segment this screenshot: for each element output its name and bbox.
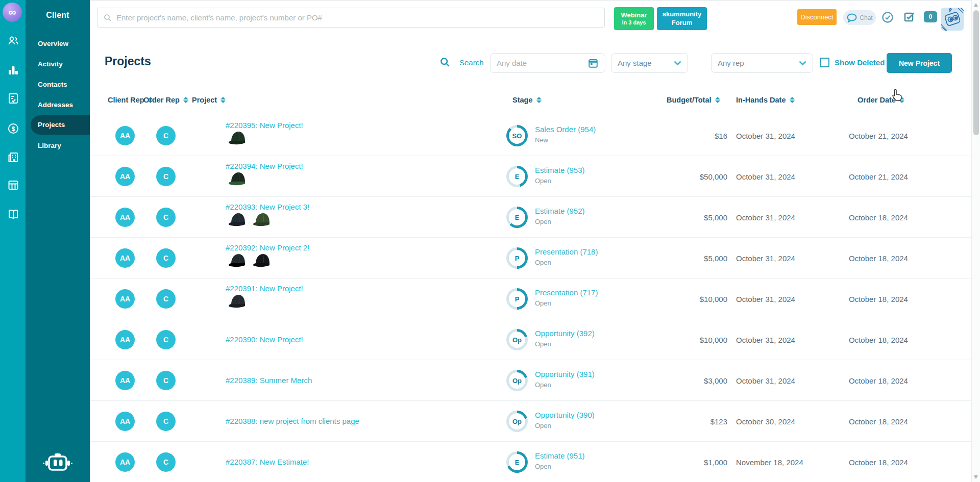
- stage-filter[interactable]: Any stage: [611, 53, 688, 73]
- sort-icon: [536, 97, 542, 103]
- scrollbar[interactable]: [971, 0, 980, 482]
- users-icon[interactable]: [7, 35, 19, 47]
- budget-total-value: $3,000: [646, 376, 727, 385]
- mascot-avatar[interactable]: [941, 8, 964, 31]
- table-row: AA C #220390: New Project! Op Opportunit…: [90, 319, 971, 360]
- client-rep-avatar: AA: [115, 126, 135, 145]
- stage-link[interactable]: Estimate (953): [535, 166, 585, 174]
- stage-code: E: [509, 209, 525, 225]
- stage-code: SO: [509, 128, 525, 144]
- header-stage[interactable]: Stage: [512, 96, 542, 104]
- project-link[interactable]: #220389: Summer Merch: [226, 376, 312, 385]
- sort-icon: [220, 97, 226, 103]
- disconnect-button[interactable]: Disconnect: [797, 9, 837, 25]
- stage-code: E: [509, 454, 525, 470]
- stage-status: Open: [535, 463, 551, 470]
- notification-badge[interactable]: 0: [924, 11, 937, 22]
- project-link[interactable]: #220391: New Project!: [226, 284, 303, 293]
- product-thumbnails: [227, 252, 272, 269]
- book-icon[interactable]: [7, 208, 19, 220]
- dollar-icon[interactable]: $: [7, 122, 19, 135]
- new-project-button[interactable]: New Project: [887, 53, 952, 73]
- subnav-title: Client: [26, 11, 90, 20]
- project-link[interactable]: #220392: New Project 2!: [226, 243, 309, 252]
- sidebar-item-contacts[interactable]: Contacts: [26, 77, 90, 93]
- cap-image: [227, 170, 247, 188]
- table-row: AA C #220391: New Project! P Presentatio…: [90, 278, 971, 319]
- chat-bubble-icon: [846, 13, 857, 22]
- product-thumbnails: [227, 130, 247, 147]
- stage-code: Op: [509, 372, 525, 389]
- robot-icon[interactable]: [42, 451, 73, 475]
- stage-link[interactable]: Presentation (718): [535, 247, 598, 256]
- search-icon: [104, 14, 112, 22]
- header-order-date[interactable]: Order Date: [857, 96, 904, 104]
- header-order-rep[interactable]: Order Rep: [143, 96, 188, 104]
- project-link[interactable]: #220393: New Project 3!: [226, 202, 309, 211]
- sidebar-item-activity[interactable]: Activity: [26, 56, 90, 72]
- stage-link[interactable]: Opportunity (392): [535, 329, 595, 338]
- stage-progress-ring: P: [506, 247, 528, 269]
- header-budget-total[interactable]: Budget/Total: [667, 96, 720, 104]
- order-date-value: October 21, 2024: [849, 172, 908, 181]
- cap-image: [251, 252, 272, 269]
- stage-status: Open: [535, 218, 551, 225]
- order-rep-avatar: C: [156, 248, 176, 268]
- stage-link[interactable]: Opportunity (390): [535, 411, 595, 419]
- cap-image: [227, 252, 247, 269]
- date-filter[interactable]: Any date: [490, 53, 605, 73]
- budget-total-value: $10,000: [646, 336, 727, 344]
- tasks-icon[interactable]: [903, 11, 916, 23]
- client-rep-avatar: AA: [115, 412, 135, 431]
- sidebar-item-overview[interactable]: Overview: [26, 36, 90, 52]
- clock-icon[interactable]: [881, 11, 894, 23]
- project-link[interactable]: #220395: New Project!: [226, 121, 303, 130]
- bar-chart-icon[interactable]: [7, 64, 19, 76]
- scroll-thumb[interactable]: [973, 10, 979, 135]
- sidebar-item-addresses[interactable]: Addresses: [26, 97, 90, 113]
- order-date-value: October 18, 2024: [849, 213, 908, 222]
- stage-progress-ring: P: [506, 288, 528, 310]
- stage-link[interactable]: Presentation (717): [535, 288, 598, 297]
- stage-link[interactable]: Estimate (951): [535, 451, 585, 460]
- stage-link[interactable]: Sales Order (954): [535, 125, 596, 134]
- stage-status: Open: [535, 177, 551, 185]
- table-icon[interactable]: [7, 179, 19, 191]
- budget-total-value: $5,000: [646, 254, 727, 263]
- order-date-value: October 18, 2024: [849, 376, 908, 385]
- sidebar-item-projects[interactable]: Projects: [31, 115, 90, 135]
- filter-search-toggle[interactable]: Search: [440, 57, 484, 67]
- forum-button[interactable]: skummunity Forum: [657, 7, 707, 30]
- in-hands-date-value: October 31, 2024: [736, 172, 795, 181]
- scroll-down-arrow[interactable]: [974, 475, 978, 479]
- order-rep-avatar: C: [156, 126, 176, 145]
- building-icon[interactable]: [7, 151, 19, 163]
- sidebar-item-library[interactable]: Library: [26, 138, 90, 154]
- rep-filter[interactable]: Any rep: [711, 53, 813, 73]
- cap-image: [227, 293, 247, 310]
- show-deleted-toggle[interactable]: Show Deleted: [820, 58, 885, 67]
- sort-icon: [790, 97, 795, 103]
- show-deleted-checkbox[interactable]: [820, 58, 829, 67]
- order-date-value: October 21, 2024: [849, 132, 908, 140]
- scroll-up-arrow[interactable]: [974, 3, 978, 7]
- chat-button[interactable]: Chat: [843, 10, 876, 25]
- project-link[interactable]: #220388: new project from clients page: [226, 417, 359, 425]
- project-link[interactable]: #220390: New Project!: [226, 335, 303, 344]
- global-search-input[interactable]: [116, 13, 598, 22]
- project-link[interactable]: #220387: New Estimate!: [226, 458, 309, 466]
- project-link[interactable]: #220394: New Project!: [226, 162, 303, 170]
- stage-status: Open: [535, 422, 551, 429]
- header-project[interactable]: Project: [192, 96, 226, 104]
- header-in-hands-date[interactable]: In-Hands Date: [736, 96, 795, 104]
- cap-image: [227, 211, 247, 229]
- stage-link[interactable]: Estimate (952): [535, 207, 585, 215]
- in-hands-date-value: October 30, 2024: [736, 417, 795, 426]
- webinar-button[interactable]: Webinar in 3 days: [614, 7, 654, 30]
- order-date-value: October 18, 2024: [849, 417, 908, 426]
- budget-total-value: $1,000: [646, 458, 727, 467]
- stage-link[interactable]: Opportunity (391): [535, 370, 595, 378]
- app-logo[interactable]: ∞: [3, 3, 22, 22]
- checklist-icon[interactable]: [7, 92, 19, 105]
- product-thumbnails: [227, 170, 247, 188]
